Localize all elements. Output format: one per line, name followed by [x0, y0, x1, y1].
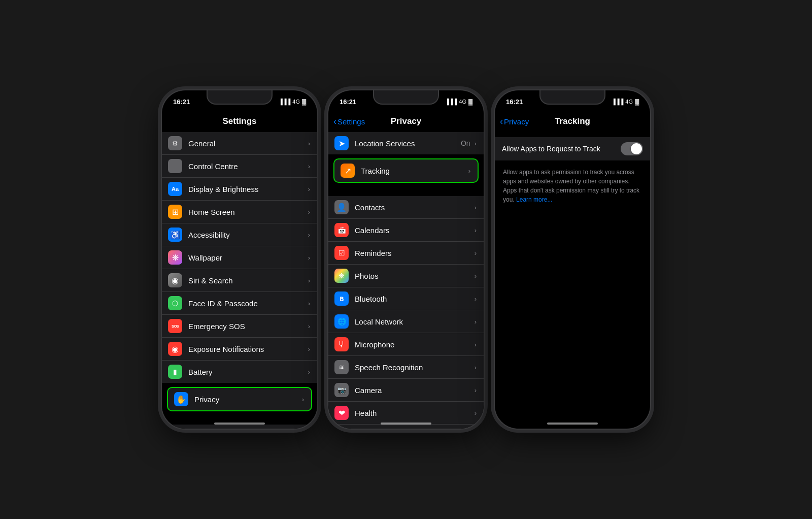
signal-icon-3: ▐▐▐ — [612, 99, 623, 105]
toggle-knob — [631, 143, 642, 154]
list-item-health[interactable]: ❤ Health › — [328, 402, 484, 425]
list-item-reminders[interactable]: ☑ Reminders › — [328, 242, 484, 265]
list-item-calendars[interactable]: 📅 Calendars › — [328, 219, 484, 242]
notch-3 — [539, 90, 605, 105]
accessibility-label: Accessibility — [188, 231, 306, 239]
nav-back-2[interactable]: ‹ Settings — [333, 117, 365, 126]
accessibility-chevron: › — [308, 231, 310, 239]
list-item-tracking[interactable]: ↗ Tracking › — [333, 158, 479, 183]
tracking-toggle-row: Allow Apps to Request to Track — [495, 137, 650, 160]
back-chevron-2: ‹ — [333, 117, 336, 126]
microphone-chevron: › — [475, 341, 477, 348]
status-icons-3: ▐▐▐ 4G ▓ — [612, 99, 639, 105]
back-label-3[interactable]: Privacy — [504, 117, 529, 126]
signal-icon: ▐▐▐ — [279, 99, 290, 105]
signal-icon-2: ▐▐▐ — [445, 99, 457, 105]
privacy-icon: ✋ — [174, 392, 188, 406]
tracking-description: Allow apps to ask permission to track yo… — [495, 161, 650, 210]
list-item-contacts[interactable]: 👤 Contacts › — [328, 196, 484, 219]
section-appstore: A App Store › ▤ Wallet & Apple Pay › — [162, 425, 317, 429]
network-type-1: 4G — [292, 99, 300, 105]
list-item-homescreen[interactable]: ⊞ Home Screen › — [162, 201, 317, 223]
list-item-photos[interactable]: ❋ Photos › — [328, 265, 484, 287]
tracking-learn-more[interactable]: Learn more... — [516, 196, 552, 203]
siri-icon: ◉ — [168, 273, 182, 287]
list-item-microphone[interactable]: 🎙 Microphone › — [328, 333, 484, 356]
list-item-controlcentre[interactable]: Control Centre › — [162, 155, 317, 178]
list-item-exposure[interactable]: ◉ Exposure Notifications › — [162, 338, 317, 361]
microphone-icon: 🎙 — [334, 337, 349, 351]
location-value: On — [461, 139, 470, 147]
back-chevron-3: ‹ — [500, 117, 503, 126]
list-item-general[interactable]: ⚙ General › — [162, 132, 317, 155]
controlcentre-chevron: › — [308, 163, 310, 170]
microphone-label: Microphone — [355, 340, 472, 349]
battery-label: Battery — [188, 368, 306, 376]
settings-list-1[interactable]: ⚙ General › Control Centre › Aa — [162, 132, 317, 429]
phone-1: 16:21 ▐▐▐ 4G ▓ Settings ⚙ General › — [161, 89, 318, 430]
contacts-icon: 👤 — [334, 200, 349, 214]
display-label: Display & Brightness — [188, 185, 306, 193]
phone-3-screen: 16:21 ▐▐▐ 4G ▓ ‹ Privacy Tracking Allow … — [495, 90, 650, 429]
tracking-toggle-switch[interactable] — [621, 142, 643, 155]
camera-chevron: › — [475, 386, 477, 394]
tracking-toggle-label: Allow Apps to Request to Track — [502, 144, 621, 153]
list-item-sos[interactable]: SOS Emergency SOS › — [162, 315, 317, 338]
status-time-1: 16:21 — [173, 98, 190, 106]
list-item-display[interactable]: Aa Display & Brightness › — [162, 178, 317, 201]
tracking-icon: ↗ — [341, 164, 355, 178]
nav-title-1: Settings — [222, 116, 256, 126]
battery-icon-2: ▓ — [468, 99, 472, 105]
list-item-appstore[interactable]: A App Store › — [162, 425, 317, 429]
list-item-faceid[interactable]: ⬡ Face ID & Passcode › — [162, 292, 317, 315]
list-item-battery[interactable]: ▮ Battery › — [162, 361, 317, 383]
health-icon: ❤ — [334, 406, 349, 420]
gap-t1 — [495, 132, 650, 137]
privacy-label: Privacy — [194, 395, 300, 404]
list-item-bluetooth[interactable]: ʙ Bluetooth › — [328, 287, 484, 310]
reminders-icon: ☑ — [334, 246, 349, 260]
siri-label: Siri & Search — [188, 276, 306, 285]
faceid-label: Face ID & Passcode — [188, 299, 306, 308]
tracking-label: Tracking — [361, 167, 466, 175]
localnetwork-label: Local Network — [355, 317, 472, 326]
list-item-wallpaper[interactable]: ❋ Wallpaper › — [162, 246, 317, 269]
camera-label: Camera — [355, 386, 472, 395]
list-item-research[interactable]: S Research Sensor & Usage Data › — [328, 425, 484, 429]
location-chevron: › — [475, 140, 477, 147]
back-label-2[interactable]: Settings — [337, 117, 365, 126]
bluetooth-label: Bluetooth — [355, 295, 472, 303]
contacts-label: Contacts — [355, 203, 472, 212]
photos-chevron: › — [475, 272, 477, 280]
exposure-icon: ◉ — [168, 342, 182, 356]
privacy-chevron: › — [302, 396, 304, 403]
list-item-localnetwork[interactable]: 🌐 Local Network › — [328, 310, 484, 333]
status-time-3: 16:21 — [506, 98, 523, 106]
settings-list-2[interactable]: ➤ Location Services On › ↗ Tracking › 👤 — [328, 132, 484, 429]
nav-back-3[interactable]: ‹ Privacy — [500, 117, 529, 126]
list-item-speech[interactable]: ≋ Speech Recognition › — [328, 356, 484, 379]
section-tracking-toggle: Allow Apps to Request to Track — [495, 137, 650, 160]
exposure-label: Exposure Notifications — [188, 345, 306, 353]
localnetwork-icon: 🌐 — [334, 314, 349, 329]
list-item-camera[interactable]: 📷 Camera › — [328, 379, 484, 402]
exposure-chevron: › — [308, 345, 310, 353]
list-item-privacy[interactable]: ✋ Privacy › — [167, 387, 312, 411]
general-label: General — [188, 139, 306, 148]
list-item-siri[interactable]: ◉ Siri & Search › — [162, 269, 317, 292]
settings-list-3: Allow Apps to Request to Track Allow app… — [495, 132, 650, 429]
nav-bar-1: Settings — [162, 110, 317, 132]
network-type-2: 4G — [459, 99, 466, 105]
sos-icon: SOS — [168, 319, 182, 333]
notch-1 — [207, 90, 273, 105]
wallpaper-icon: ❋ — [168, 250, 182, 265]
speech-label: Speech Recognition — [355, 363, 472, 372]
battery-chevron: › — [308, 368, 310, 376]
status-time-2: 16:21 — [340, 98, 356, 106]
controlcentre-icon — [168, 159, 182, 173]
list-item-location[interactable]: ➤ Location Services On › — [328, 132, 484, 154]
list-item-accessibility[interactable]: ♿ Accessibility › — [162, 223, 317, 246]
location-icon: ➤ — [334, 136, 349, 150]
camera-icon: 📷 — [334, 383, 349, 397]
display-icon: Aa — [168, 182, 182, 196]
